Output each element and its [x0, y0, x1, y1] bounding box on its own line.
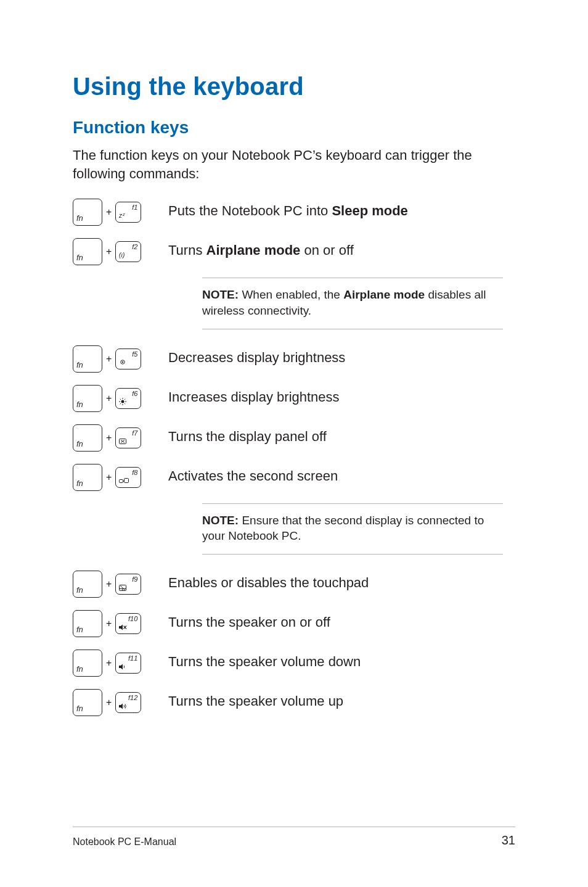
- brightness-up-icon: [119, 398, 126, 405]
- desc-f8: Activates the second screen: [168, 464, 338, 485]
- brightness-down-icon: [119, 358, 126, 366]
- f5-key: f5: [115, 349, 141, 369]
- row-f11: fn + f11 Turns the speaker volume down: [73, 650, 515, 677]
- svg-point-4: [122, 361, 123, 362]
- desc-f12: Turns the speaker volume up: [168, 689, 343, 711]
- fn-key: fn: [73, 424, 102, 452]
- touchpad-icon: [119, 585, 126, 591]
- svg-marker-28: [119, 703, 123, 709]
- f1-key: f1 zz: [115, 202, 141, 223]
- desc-f5: Decreases display brightness: [168, 345, 345, 367]
- display-off-icon: [119, 439, 126, 445]
- desc-f1: Puts the Notebook PC into Sleep mode: [168, 199, 408, 220]
- page-footer: Notebook PC E-Manual 31: [73, 827, 515, 848]
- svg-line-10: [120, 398, 121, 399]
- svg-rect-17: [120, 479, 123, 482]
- plus-sign: +: [106, 246, 112, 257]
- desc-f11: Turns the speaker volume down: [168, 650, 361, 671]
- page-heading: Using the keyboard: [73, 73, 515, 101]
- row-f2: fn + f2 (ı) Turns Airplane mode on or of…: [73, 238, 515, 265]
- svg-text:z: z: [122, 212, 125, 217]
- plus-sign: +: [106, 472, 112, 483]
- row-f10: fn + f10 Turns the speaker on or off: [73, 610, 515, 637]
- fn-key: fn: [73, 464, 102, 491]
- f9-key: f9: [115, 574, 141, 595]
- fn-key: fn: [73, 199, 102, 226]
- footer-title: Notebook PC E-Manual: [73, 836, 176, 848]
- row-f1: fn + f1 zz Puts the Notebook PC into Sle…: [73, 199, 515, 226]
- second-screen-icon: [119, 478, 129, 484]
- svg-line-11: [125, 403, 125, 404]
- plus-sign: +: [106, 432, 112, 444]
- section-heading: Function keys: [73, 118, 515, 138]
- desc-f7: Turns the display panel off: [168, 424, 327, 446]
- f2-key: f2 (ı): [115, 241, 141, 262]
- f12-key: f12: [115, 692, 141, 713]
- fn-key: fn: [73, 238, 102, 265]
- note-second-screen: NOTE: Ensure that the second display is …: [202, 503, 503, 555]
- speaker-up-icon: [119, 703, 128, 709]
- svg-text:(ı): (ı): [119, 252, 125, 258]
- desc-f9: Enables or disables the touchpad: [168, 571, 369, 592]
- row-f9: fn + f9 Enables or disables the touchpad: [73, 571, 515, 598]
- sleep-icon: zz: [119, 212, 128, 219]
- desc-f10: Turns the speaker on or off: [168, 610, 330, 632]
- svg-point-5: [121, 400, 125, 403]
- f8-key: f8: [115, 467, 141, 488]
- fn-key: fn: [73, 385, 102, 412]
- svg-rect-18: [125, 478, 129, 482]
- fn-key: fn: [73, 689, 102, 716]
- f11-key: f11: [115, 653, 141, 674]
- f6-key: f6: [115, 388, 141, 409]
- footer-page-number: 31: [502, 833, 515, 848]
- plus-sign: +: [106, 658, 112, 669]
- row-f7: fn + f7 Turns the display panel off: [73, 424, 515, 452]
- row-f5: fn + f5 Decreases display brightness: [73, 345, 515, 373]
- plus-sign: +: [106, 618, 112, 629]
- fn-key: fn: [73, 571, 102, 598]
- svg-line-12: [125, 398, 125, 399]
- svg-marker-27: [119, 664, 123, 669]
- row-f8: fn + f8 Activates the second screen: [73, 464, 515, 491]
- desc-f6: Increases display brightness: [168, 385, 340, 406]
- fn-key: fn: [73, 610, 102, 637]
- plus-sign: +: [106, 393, 112, 404]
- plus-sign: +: [106, 353, 112, 365]
- note-airplane: NOTE: When enabled, the Airplane mode di…: [202, 278, 503, 329]
- row-f6: fn + f6 Increases display brightness: [73, 385, 515, 412]
- svg-marker-24: [119, 624, 123, 630]
- f7-key: f7: [115, 427, 141, 448]
- plus-sign: +: [106, 579, 112, 590]
- speaker-down-icon: [119, 664, 126, 670]
- row-f12: fn + f12 Turns the speaker volume up: [73, 689, 515, 716]
- fn-key: fn: [73, 650, 102, 677]
- speaker-mute-icon: [119, 624, 127, 630]
- plus-sign: +: [106, 697, 112, 708]
- intro-text: The function keys on your Notebook PC’s …: [73, 146, 515, 183]
- plus-sign: +: [106, 207, 112, 218]
- fn-key: fn: [73, 345, 102, 373]
- svg-line-13: [120, 403, 121, 404]
- desc-f2: Turns Airplane mode on or off: [168, 238, 354, 260]
- airplane-icon: (ı): [119, 251, 126, 258]
- f10-key: f10: [115, 613, 141, 634]
